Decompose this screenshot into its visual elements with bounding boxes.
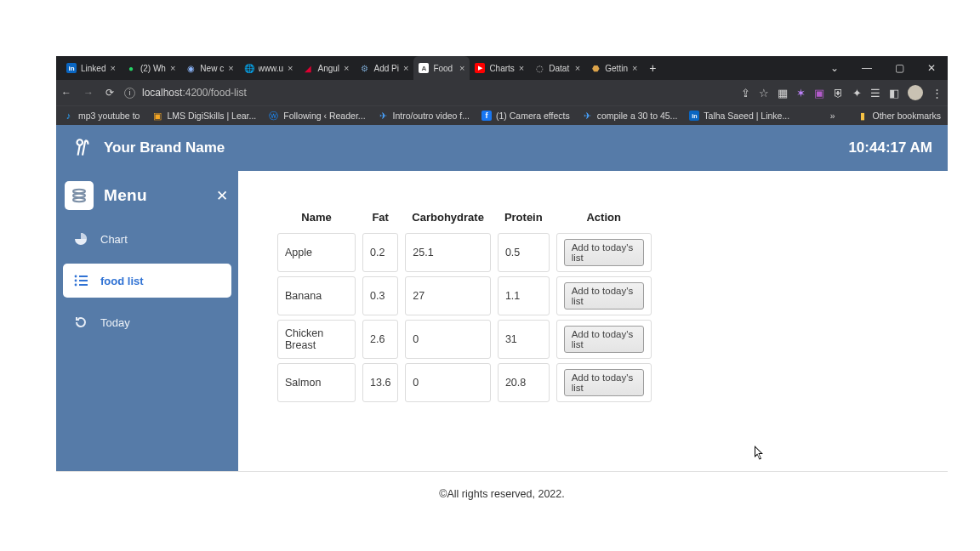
maximize-icon[interactable]: ▢ <box>883 56 915 80</box>
menu-close-icon[interactable]: ✕ <box>216 187 228 205</box>
svg-point-0 <box>77 139 83 145</box>
tab-linkedin[interactable]: in Linked × <box>61 56 121 80</box>
extension-icon-2[interactable]: ✶ <box>796 87 806 99</box>
bookmark-label: LMS DigiSkills | Lear... <box>167 111 256 121</box>
add-to-today-button[interactable]: Add to today's list <box>564 326 644 353</box>
panel-icon[interactable]: ◧ <box>889 87 899 99</box>
svg-point-8 <box>74 284 77 287</box>
close-icon[interactable]: × <box>344 63 349 73</box>
linkedin-icon: in <box>689 111 699 121</box>
forward-icon[interactable]: → <box>83 87 94 99</box>
close-icon[interactable]: × <box>632 63 637 73</box>
minimize-icon[interactable]: — <box>851 56 883 80</box>
tab-getting[interactable]: ⬣ Gettin × <box>585 56 642 80</box>
close-icon[interactable]: × <box>519 63 524 73</box>
svg-point-6 <box>74 280 77 282</box>
other-bookmarks[interactable]: ▮Other bookmarks <box>857 111 941 122</box>
menu-icon <box>65 181 94 210</box>
footer-text: ©All rights reserved, 2022. <box>439 488 564 500</box>
tab-youtube[interactable]: ▶ Charts × <box>470 56 529 80</box>
close-icon[interactable]: × <box>575 63 580 73</box>
site-info-icon[interactable]: i <box>124 88 135 99</box>
sidebar-item-chart[interactable]: Chart <box>63 222 231 256</box>
svg-point-3 <box>73 198 85 202</box>
menu-header: Menu ✕ <box>65 181 231 210</box>
video-icon: ✈ <box>582 111 593 122</box>
tab-label: www.u <box>259 64 283 73</box>
close-icon[interactable]: × <box>110 63 115 73</box>
tab-label: Linked <box>81 64 105 73</box>
close-icon[interactable]: × <box>228 63 233 73</box>
add-to-today-button[interactable]: Add to today's list <box>564 239 644 266</box>
bookmarks-bar: ♪mp3 youtube to ▣LMS DigiSkills | Lear..… <box>56 105 948 125</box>
bookmark-label: Other bookmarks <box>872 111 941 121</box>
cell-carbohydrate: 25.1 <box>405 233 491 272</box>
sidebar-item-today[interactable]: Today <box>63 305 231 339</box>
tab-food[interactable]: A Food × <box>413 56 470 80</box>
browser-tabstrip: in Linked × ● (2) Wh × ◉ New c × 🌐 www.u… <box>56 56 948 80</box>
addressbar-actions: ⇪ ☆ ▦ ✶ ▣ ⛨ ✦ ☰ ◧ ⋮ <box>741 85 943 100</box>
star-icon[interactable]: ☆ <box>759 87 769 99</box>
tab-github[interactable]: ◌ Datat × <box>529 56 585 80</box>
svg-rect-5 <box>79 276 88 277</box>
reload-icon[interactable]: ⟳ <box>105 87 114 99</box>
svg-rect-9 <box>79 284 88 286</box>
cell-fat: 13.6 <box>362 363 398 402</box>
close-icon[interactable]: × <box>403 63 408 73</box>
shield-icon[interactable]: ⛨ <box>833 87 844 99</box>
hex-icon: ⬣ <box>590 63 601 73</box>
col-header-name: Name <box>277 206 356 229</box>
tab-angular[interactable]: ◢ Angul × <box>298 56 354 80</box>
extension-icon-3[interactable]: ▣ <box>814 87 824 99</box>
bookmark-item[interactable]: f(1) Camera effects <box>481 111 570 121</box>
tab-addpi[interactable]: ⚙ Add Pi × <box>354 56 413 80</box>
cell-protein: 0.5 <box>498 233 550 272</box>
tab-label: Charts <box>489 64 514 73</box>
food-icon: A <box>419 63 429 73</box>
table-row: Apple 0.2 25.1 0.5 Add to today's list <box>277 233 652 272</box>
nav-label: food list <box>100 275 144 287</box>
tab-whatsapp[interactable]: ● (2) Wh × <box>121 56 180 80</box>
tab-label: Food <box>433 64 455 73</box>
bookmark-item[interactable]: ⓦFollowing ‹ Reader... <box>268 111 365 122</box>
close-window-icon[interactable]: ✕ <box>915 56 948 80</box>
new-tab-button[interactable]: + <box>642 56 663 80</box>
avatar[interactable] <box>908 85 923 100</box>
list-ol-icon <box>73 275 88 287</box>
nav-list: Chart food list <box>63 222 231 339</box>
close-icon[interactable]: × <box>459 63 464 73</box>
close-icon[interactable]: × <box>170 63 175 73</box>
sidebar-item-foodlist[interactable]: food list <box>63 264 231 298</box>
puzzle-icon[interactable]: ✦ <box>852 87 862 99</box>
brand-icon <box>71 137 94 159</box>
video-icon: ✈ <box>378 111 389 122</box>
list-icon[interactable]: ☰ <box>870 87 880 99</box>
chevron-down-icon[interactable]: ⌄ <box>818 56 851 80</box>
kebab-icon[interactable]: ⋮ <box>932 87 943 99</box>
tab-globe[interactable]: 🌐 www.u × <box>239 56 299 80</box>
table-row: Banana 0.3 27 1.1 Add to today's list <box>277 276 652 315</box>
bookmark-item[interactable]: inTalha Saeed | Linke... <box>689 111 789 121</box>
tab-newtab[interactable]: ◉ New c × <box>180 56 238 80</box>
back-icon[interactable]: ← <box>61 87 71 99</box>
bookmark-item[interactable]: ✈Intro/outro video f... <box>378 111 470 122</box>
cell-name: Salmon <box>277 363 356 402</box>
bookmark-label: Intro/outro video f... <box>393 111 470 121</box>
add-to-today-button[interactable]: Add to today's list <box>564 369 644 396</box>
bookmark-label: Following ‹ Reader... <box>283 111 365 121</box>
bookmark-item[interactable]: ▣LMS DigiSkills | Lear... <box>151 111 256 122</box>
extension-icon[interactable]: ▦ <box>778 87 788 99</box>
share-icon[interactable]: ⇪ <box>741 87 750 99</box>
add-to-today-button[interactable]: Add to today's list <box>564 282 644 310</box>
linkedin-icon: in <box>66 63 77 73</box>
close-icon[interactable]: × <box>288 63 293 73</box>
chrome-icon: ◉ <box>185 63 196 73</box>
globe-icon: 🌐 <box>244 63 254 73</box>
cell-carbohydrate: 27 <box>405 276 491 315</box>
svg-rect-7 <box>79 280 88 281</box>
bookmark-item[interactable]: ✈compile a 30 to 45... <box>582 111 678 122</box>
bookmarks-overflow[interactable]: » <box>830 111 835 121</box>
bookmark-item[interactable]: ♪mp3 youtube to <box>63 111 140 122</box>
url-field[interactable]: i localhost:4200/food-list <box>124 87 247 99</box>
cell-name: Chicken Breast <box>277 320 356 359</box>
